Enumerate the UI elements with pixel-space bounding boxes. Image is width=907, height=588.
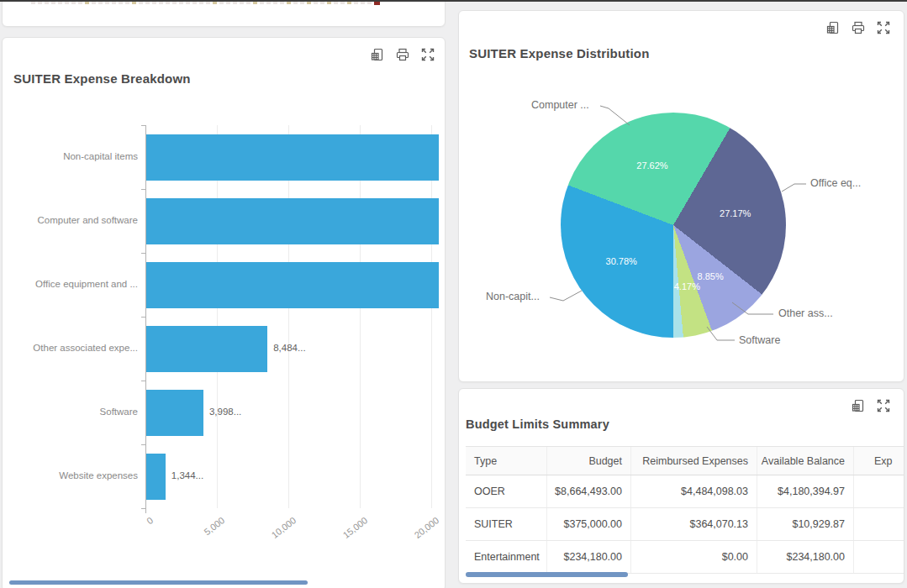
- export-icon[interactable]: [826, 21, 840, 34]
- y-axis-tick: [141, 381, 145, 381]
- expand-icon[interactable]: [877, 21, 890, 34]
- table-header-cell: Reimbursed Expenses: [631, 447, 757, 475]
- export-icon[interactable]: [371, 48, 384, 61]
- bar-value-label: 8,484...: [273, 343, 305, 353]
- table-header-cell: Available Balance: [757, 447, 854, 475]
- bar[interactable]: [146, 134, 439, 181]
- x-tick-label: 10,000: [269, 515, 298, 540]
- table-header-cell: Exp: [854, 447, 904, 475]
- pie-panel-toolbar: [826, 21, 890, 34]
- table-header-row: TypeBudgetReimbursed ExpensesAvailable B…: [466, 446, 904, 475]
- table-cell: $234,180.00: [757, 541, 854, 573]
- gridline: [288, 125, 289, 508]
- table-cell: OOER: [466, 475, 547, 507]
- print-icon[interactable]: [396, 48, 409, 61]
- x-tick-label: 20,000: [412, 515, 440, 540]
- table-cell: $4,180,394.97: [757, 475, 854, 507]
- table-cell: $0.00: [631, 541, 757, 573]
- bar[interactable]: [146, 390, 203, 436]
- expand-icon[interactable]: [877, 399, 890, 412]
- y-axis-tick: [141, 317, 145, 318]
- table-title: Budget Limits Summary: [466, 417, 609, 431]
- pie-callout-computer: Computer ...: [531, 99, 589, 111]
- x-tick-label: 15,000: [340, 515, 369, 540]
- bar-chart-area: Non-capital itemsComputer and softwareOf…: [3, 38, 445, 588]
- y-axis-tick: [141, 125, 145, 126]
- table-cell: [854, 541, 904, 573]
- table-cell: [854, 475, 904, 507]
- bar-category-label: Office equipment and ...: [3, 279, 138, 289]
- pie-chart-title: SUITER Expense Distribution: [469, 46, 650, 60]
- pie-callout-noncapital: Non-capit...: [486, 291, 540, 302]
- bar-panel-horizontal-scrollbar[interactable]: [9, 580, 308, 585]
- bar[interactable]: [146, 454, 166, 500]
- table-cell: $8,664,493.00: [547, 475, 631, 507]
- bar-category-label: Computer and software: [3, 215, 138, 225]
- bar-category-label: Website expenses: [3, 470, 138, 480]
- gridline: [360, 125, 361, 508]
- pie-panel: SUITER Expense Distribution 30.78%27.62%…: [458, 10, 904, 382]
- x-tick-label: 5,000: [202, 515, 226, 537]
- pie-callout-software: Software: [739, 334, 780, 346]
- table-horizontal-scrollbar[interactable]: [466, 572, 628, 577]
- bar-category-label: Other associated expe...: [3, 343, 138, 353]
- pie-chart[interactable]: [561, 113, 786, 338]
- table-panel: Budget Limits Summary TypeBudgetReimburs…: [458, 388, 904, 584]
- bar-panel: SUITER Expense Breakdown Non-capital ite…: [2, 37, 446, 588]
- gridline: [431, 125, 432, 508]
- table-panel-toolbar: [852, 399, 890, 412]
- gridline: [217, 125, 218, 508]
- table-header-cell: Budget: [547, 447, 631, 475]
- table-cell: $10,929.87: [757, 508, 854, 540]
- table-cell: $4,484,098.03: [631, 475, 757, 507]
- x-tick-label: 0: [145, 515, 155, 526]
- bar-category-label: Software: [3, 407, 138, 417]
- table-cell: Entertainment: [466, 541, 547, 573]
- expand-icon[interactable]: [421, 48, 435, 61]
- bar-panel-toolbar: [371, 48, 435, 61]
- x-axis-tick: [145, 508, 146, 513]
- export-icon[interactable]: [852, 399, 865, 412]
- table-cell: $375,000.00: [547, 508, 631, 540]
- y-axis-line: [145, 125, 146, 508]
- y-axis-tick: [141, 189, 145, 190]
- pie-callout-other: Other ass...: [778, 307, 833, 319]
- bar[interactable]: [146, 262, 439, 308]
- bar-value-label: 1,344...: [171, 470, 203, 480]
- y-axis-tick: [141, 444, 145, 445]
- budget-table: TypeBudgetReimbursed ExpensesAvailable B…: [466, 446, 904, 574]
- table-cell: $364,070.13: [631, 508, 757, 540]
- bar[interactable]: [146, 326, 267, 372]
- bar-value-label: 3,998...: [209, 407, 241, 417]
- print-icon[interactable]: [852, 21, 865, 34]
- table-cell: [854, 508, 904, 540]
- table-row: OOER$8,664,493.00$4,484,098.03$4,180,394…: [466, 475, 904, 508]
- table-row: Entertainment$234,180.00$0.00$234,180.00: [466, 541, 904, 574]
- bar-category-label: Non-capital items: [3, 151, 138, 161]
- table-cell: SUITER: [466, 508, 547, 540]
- screen-top-edge: [0, 0, 907, 2]
- y-axis-tick: [141, 253, 145, 254]
- table-header-cell: Type: [466, 447, 547, 475]
- pie-callout-office: Office eq...: [810, 177, 861, 189]
- top-strip-panel: [2, 0, 446, 27]
- table-row: SUITER$375,000.00$364,070.13$10,929.87: [466, 508, 904, 541]
- bar[interactable]: [146, 198, 439, 244]
- table-cell: $234,180.00: [547, 541, 631, 573]
